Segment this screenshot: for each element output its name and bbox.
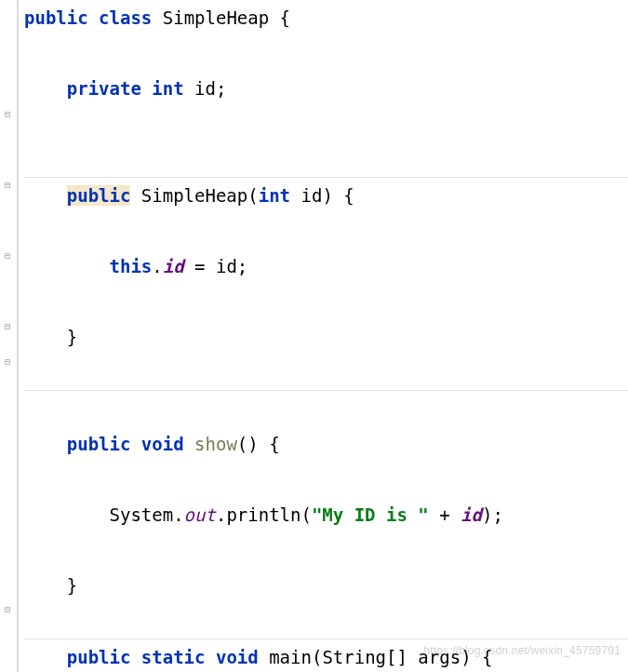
keyword: public	[67, 647, 131, 667]
watermark: https://blog.csdn.net/weixin_45759791	[423, 633, 621, 668]
static-field: out	[184, 504, 216, 525]
code-line: public void show() {	[24, 426, 628, 462]
string-literal: "My ID is "	[312, 504, 429, 525]
code-line: this.id = id;	[24, 249, 628, 284]
keyword: public	[67, 185, 131, 206]
code-line: }	[24, 319, 628, 355]
keyword-this: this	[110, 256, 153, 276]
keyword: private	[67, 78, 141, 99]
dot: .	[216, 504, 226, 525]
dot: .	[173, 504, 183, 525]
keyword: void	[216, 647, 259, 667]
brace: {	[280, 7, 290, 28]
code-block: public class SimpleHeap { private int id…	[24, 0, 628, 672]
paren: (	[312, 647, 322, 667]
code-line: public SimpleHeap(int id) {	[24, 177, 628, 213]
plus: +	[429, 504, 461, 525]
code-line: public class SimpleHeap {	[24, 0, 628, 35]
keyword: int	[152, 78, 183, 99]
fold-marker-icon[interactable]: ⊟	[2, 322, 13, 331]
paren: ()	[237, 434, 259, 454]
class-name: SimpleHeap	[163, 7, 269, 28]
method-name: show	[194, 434, 237, 454]
brace: }	[67, 575, 77, 596]
code-line: }	[24, 568, 628, 603]
code-area[interactable]: public class SimpleHeap { private int id…	[19, 0, 628, 672]
keyword: public	[67, 434, 131, 454]
class-ref: System	[110, 504, 174, 525]
dot: .	[152, 256, 162, 276]
fold-marker-icon[interactable]: ⊟	[2, 110, 13, 119]
keyword: class	[99, 7, 152, 28]
fold-marker-icon[interactable]: ⊟	[2, 357, 13, 367]
brace: {	[343, 185, 354, 206]
param-type: int	[259, 185, 290, 206]
method-name: main	[269, 647, 312, 667]
fold-marker-icon[interactable]: ⊟	[2, 605, 13, 614]
semicolon: ;	[216, 78, 226, 99]
code-line: private int id;	[24, 71, 628, 106]
paren: )	[482, 504, 492, 525]
paren: (	[301, 504, 311, 525]
field-ref: id	[461, 504, 482, 525]
field-decl: id	[194, 78, 216, 99]
field-ref: id	[163, 256, 184, 276]
semicolon: ;	[237, 256, 247, 276]
code-editor: ⊟⊟⊟⊟⊟⊟ public class SimpleHeap { private…	[0, 0, 628, 672]
code-line	[24, 390, 628, 391]
keyword: public	[24, 7, 88, 28]
param-name: id	[301, 185, 322, 206]
keyword: static	[141, 647, 206, 667]
fold-marker-icon[interactable]: ⊟	[2, 181, 13, 190]
keyword: void	[141, 434, 184, 454]
semicolon: ;	[492, 504, 502, 525]
paren: )	[322, 185, 332, 206]
brace: {	[269, 434, 279, 454]
paren: (	[247, 185, 258, 206]
brace: }	[67, 327, 77, 347]
constructor-name: SimpleHeap	[141, 185, 247, 206]
method-call: println	[226, 504, 301, 525]
identifier: id	[216, 256, 237, 276]
equals: =	[184, 256, 216, 276]
param-type: String[]	[322, 647, 408, 667]
gutter: ⊟⊟⊟⊟⊟⊟	[0, 0, 19, 672]
fold-marker-icon[interactable]: ⊟	[2, 251, 13, 261]
code-line: System.out.println("My ID is " + id);	[24, 497, 628, 532]
